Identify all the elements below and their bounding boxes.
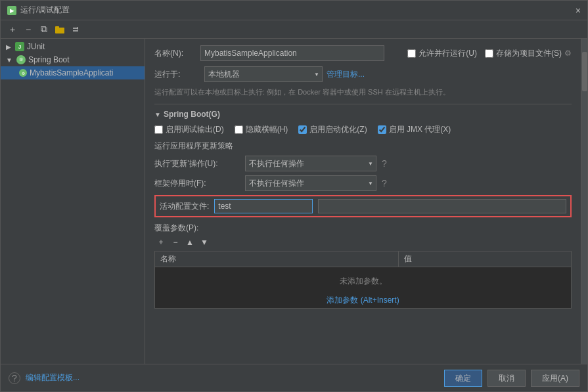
allow-parallel-checkbox[interactable]: 允许并行运行(U): [407, 48, 477, 59]
active-config-row: 活动配置文件:: [154, 195, 572, 217]
save-to-file-checkbox[interactable]: 存储为项目文件(S): [485, 48, 562, 59]
dialog-title: 运行/调试配置: [20, 5, 70, 16]
scrollbar-thumb: [582, 52, 587, 91]
on-frame-help-icon[interactable]: ?: [382, 178, 387, 188]
copy-config-button[interactable]: ⧉: [37, 23, 51, 36]
spring-boot-tree-item[interactable]: ▼ ⚙ Spring Boot: [1, 53, 145, 66]
on-frame-label: 框架停用时(F):: [154, 178, 240, 189]
svg-rect-2: [55, 28, 64, 33]
bottom-left: ? 编辑配置模板...: [9, 372, 79, 384]
spring-boot-section-label: Spring Boot(G): [164, 110, 220, 119]
gear-icon: ⚙: [564, 49, 572, 58]
app-icon: ⚙: [19, 69, 27, 77]
down-param-button[interactable]: ▼: [198, 236, 211, 248]
hide-banner-label: 隐藏横幅(H): [246, 124, 288, 135]
on-frame-select-wrapper: 不执行任何操作: [245, 175, 376, 191]
remove-param-button[interactable]: −: [169, 236, 182, 248]
name-label: 名称(N):: [154, 48, 200, 59]
active-config-label: 活动配置文件:: [160, 201, 209, 212]
run-on-select-wrapper: 本地机器: [204, 66, 323, 82]
section-collapse-arrow[interactable]: ▼: [154, 111, 161, 118]
junit-tree-item[interactable]: ▶ J JUnit: [1, 40, 145, 53]
save-to-file-label: 存储为项目文件(S): [496, 48, 562, 59]
run-on-row: 运行于: 本地机器 管理目标...: [154, 66, 572, 82]
name-col-header: 名称: [155, 251, 399, 267]
bottom-bar: ? 编辑配置模板... 确定 取消 应用(A): [1, 364, 587, 391]
on-update-help-icon[interactable]: ?: [382, 158, 387, 169]
right-panel: 名称(N): 允许并行运行(U) 存储为项目文件(S) ⚙ 运行于:: [145, 39, 581, 364]
name-row: 名称(N): 允许并行运行(U) 存储为项目文件(S) ⚙: [154, 45, 572, 61]
on-update-label: 执行'更新'操作(U):: [154, 158, 240, 169]
svg-rect-3: [55, 26, 59, 28]
add-param-button[interactable]: +: [154, 236, 168, 248]
main-content: ▶ J JUnit ▼ ⚙ Spring Boot ⚙ MybatisSampl…: [1, 39, 587, 364]
hint-text: 运行配置可以在本地或目标上执行: 例如，在 Docker 容器中或使用 SSH …: [154, 87, 572, 97]
spring-boot-icon: ⚙: [16, 55, 26, 64]
empty-table-msg: 未添加参数。: [160, 269, 566, 294]
on-update-select-wrapper: 不执行任何操作: [245, 156, 376, 171]
launch-opt-label: 启用启动优化(Z): [309, 124, 367, 135]
folder-icon: [55, 25, 64, 34]
cancel-button[interactable]: 取消: [487, 370, 526, 387]
empty-table-cell: 未添加参数。 添加参数 (Alt+Insert): [155, 267, 572, 309]
app-label: MybatisSampleApplicati: [30, 68, 113, 77]
on-frame-row: 框架停用时(F): 不执行任何操作 ?: [154, 175, 572, 191]
spring-boot-label: Spring Boot: [28, 55, 70, 64]
add-param-link[interactable]: 添加参数 (Alt+Insert): [160, 295, 566, 306]
on-update-select[interactable]: 不执行任何操作: [245, 156, 376, 171]
manage-targets-link[interactable]: 管理目标...: [327, 69, 365, 80]
sort-config-button[interactable]: [69, 23, 82, 36]
params-table: 名称 值 未添加参数。 添加参数 (Alt+Insert): [154, 251, 572, 309]
override-toolbar: + − ▲ ▼: [154, 236, 572, 248]
edit-template-link[interactable]: 编辑配置模板...: [26, 372, 79, 383]
update-policy-label: 运行应用程序更新策略: [154, 141, 572, 152]
apply-button[interactable]: 应用(A): [531, 370, 579, 387]
debug-output-checkbox[interactable]: 启用调试输出(D): [154, 124, 224, 135]
name-input[interactable]: [200, 45, 384, 61]
junit-arrow: ▶: [6, 43, 11, 51]
help-icon[interactable]: ?: [9, 372, 20, 384]
folder-config-button[interactable]: [53, 23, 66, 36]
title-bar: ▶ 运行/调试配置 ×: [1, 1, 587, 20]
on-update-row: 执行'更新'操作(U): 不执行任何操作 ?: [154, 156, 572, 171]
add-config-button[interactable]: +: [6, 23, 19, 36]
override-params-label: 覆盖参数(P):: [154, 223, 572, 234]
toolbar: + − ⧉: [1, 20, 587, 39]
sort-icon: [72, 26, 79, 33]
spring-boot-arrow: ▼: [6, 56, 12, 64]
divider-1: [154, 104, 572, 104]
hide-banner-checkbox[interactable]: 隐藏横幅(H): [235, 124, 288, 135]
debug-output-label: 启用调试输出(D): [166, 124, 224, 135]
close-button[interactable]: ×: [576, 5, 581, 16]
spring-boot-section-title: ▼ Spring Boot(G): [154, 110, 572, 119]
left-panel: ▶ J JUnit ▼ ⚙ Spring Boot ⚙ MybatisSampl…: [1, 39, 145, 364]
right-scrollbar[interactable]: [581, 39, 587, 364]
dialog-icon: ▶: [7, 6, 16, 15]
active-config-input[interactable]: [214, 199, 313, 213]
junit-icon: J: [15, 42, 24, 51]
bottom-right: 确定 取消 应用(A): [444, 370, 579, 387]
value-col-header: 值: [399, 251, 572, 267]
junit-label: JUnit: [27, 42, 45, 51]
up-param-button[interactable]: ▲: [183, 236, 196, 248]
run-on-select[interactable]: 本地机器: [204, 66, 323, 82]
run-on-label: 运行于:: [154, 69, 200, 80]
remove-config-button[interactable]: −: [22, 23, 35, 36]
svg-text:▶: ▶: [10, 8, 14, 14]
launch-opt-checkbox[interactable]: 启用启动优化(Z): [298, 124, 367, 135]
jmx-label: 启用 JMX 代理(X): [389, 124, 451, 135]
confirm-button[interactable]: 确定: [444, 370, 482, 387]
allow-parallel-label: 允许并行运行(U): [418, 48, 477, 59]
checkbox-row: 启用调试输出(D) 隐藏横幅(H) 启用启动优化(Z) 启用 JMX 代理(X): [154, 124, 572, 135]
jmx-checkbox[interactable]: 启用 JMX 代理(X): [378, 124, 451, 135]
on-frame-select[interactable]: 不执行任何操作: [245, 175, 376, 191]
app-tree-item[interactable]: ⚙ MybatisSampleApplicati: [1, 66, 145, 79]
active-config-extra: [318, 199, 566, 213]
